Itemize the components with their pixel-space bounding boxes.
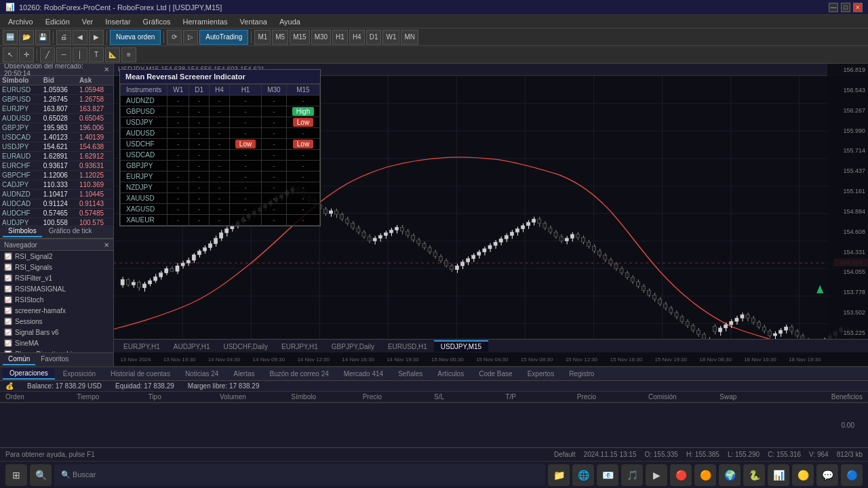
nav-item[interactable]: 📈RSIStoch	[0, 294, 113, 305]
chart-tab-eurjpy-h1b[interactable]: EURJPY,H1	[275, 340, 325, 352]
app6[interactable]: 🌍	[719, 464, 741, 486]
nueva-orden-button[interactable]: Nueva orden	[110, 30, 161, 45]
menu-insertar[interactable]: Insertar	[100, 15, 136, 28]
tab-alertas[interactable]: Alertas	[226, 369, 261, 379]
tab-expertos[interactable]: Expertos	[521, 369, 561, 379]
nav-tab-favoritos[interactable]: Favoritos	[35, 354, 74, 365]
market-watch-row[interactable]: AUDCAD0.911240.91143	[0, 199, 113, 209]
chart-tab-audjpy-h1[interactable]: AUDJPY,H1	[167, 340, 217, 352]
menu-herramientas[interactable]: Herramientas	[178, 15, 233, 28]
tb-fib[interactable]: 📐	[105, 47, 120, 62]
menu-graficos[interactable]: Gráficos	[138, 15, 176, 28]
nav-item[interactable]: 📈SineMA	[0, 338, 113, 348]
chart-tab-eurjpy-h1[interactable]: EURJPY,H1	[117, 340, 167, 352]
browser1[interactable]: 🌐	[572, 464, 594, 486]
tab-operaciones[interactable]: Operaciones	[3, 368, 55, 380]
tb-open[interactable]: 📂	[19, 30, 34, 45]
tb-h1[interactable]: H1	[332, 30, 348, 45]
market-watch-row[interactable]: AUDCHF0.574650.57485	[0, 209, 113, 218]
tab-noticias[interactable]: Noticias 24	[178, 369, 225, 379]
tab-simbolos[interactable]: Símbolos	[3, 226, 42, 237]
tab-articulos[interactable]: Artículos	[431, 369, 471, 379]
market-watch-row[interactable]: GBPJPY195.983196.006	[0, 123, 113, 133]
nav-item[interactable]: 📈RSISMASIGNAL	[0, 283, 113, 294]
search-taskbar[interactable]: 🔍	[30, 464, 52, 486]
app7[interactable]: 🐍	[743, 464, 765, 486]
nav-item[interactable]: 📈Sessions	[0, 316, 113, 327]
market-watch-row[interactable]: EURJPY163.807163.827	[0, 104, 113, 114]
tb-auto2[interactable]: ▷	[183, 30, 198, 45]
tb-new[interactable]: 🆕	[3, 30, 18, 45]
market-watch-row[interactable]: EURAUD1.628911.62912	[0, 152, 113, 161]
tab-codebase[interactable]: Code Base	[472, 369, 519, 379]
tb-m30[interactable]: M30	[311, 30, 331, 45]
market-watch-row[interactable]: EURCHF0.936170.93631	[0, 161, 113, 171]
market-watch-row[interactable]: USDJPY154.621154.638	[0, 142, 113, 152]
tab-historial[interactable]: Historial de cuentas	[104, 369, 177, 379]
nav-tab-comun[interactable]: Común	[3, 354, 35, 365]
menu-ver[interactable]: Ver	[77, 15, 99, 28]
app4[interactable]: 🔴	[670, 464, 692, 486]
tb-vline[interactable]: │	[73, 47, 87, 62]
market-watch-row[interactable]: CADJPY110.333110.369	[0, 180, 113, 190]
menu-ventana[interactable]: Ventana	[235, 15, 273, 28]
tb-m15[interactable]: M15	[290, 30, 309, 45]
market-watch-row[interactable]: AUDNZD1.104171.10445	[0, 190, 113, 199]
minimize-button[interactable]: —	[829, 3, 838, 12]
tb-print[interactable]: 🖨	[56, 30, 71, 45]
chart-tab-eurusd-h1[interactable]: EURUSD,H1	[381, 340, 434, 352]
tab-registro[interactable]: Registro	[562, 369, 601, 379]
close-button[interactable]: ✕	[853, 3, 863, 12]
tb-m5[interactable]: M5	[272, 30, 288, 45]
market-watch-row[interactable]: GBPCHF1.120061.12025	[0, 171, 113, 180]
nav-item[interactable]: 📈RSIFilter_v1	[0, 272, 113, 283]
tb-hline[interactable]: ─	[56, 47, 71, 62]
app1[interactable]: 📧	[597, 464, 618, 486]
market-watch-row[interactable]: GBPUSD1.267451.26758	[0, 95, 113, 104]
market-watch-row[interactable]: USDCAD1.401231.40139	[0, 133, 113, 142]
chart-tab-usdchf-daily[interactable]: USDCHF,Daily	[216, 340, 275, 352]
autotrade-button[interactable]: AutoTrading	[199, 30, 248, 45]
menu-edicion[interactable]: Edición	[40, 15, 75, 28]
nav-item[interactable]: 📈Signal Bars v6	[0, 327, 113, 338]
nav-item[interactable]: 📈screener-hamafx	[0, 305, 113, 316]
tb-text[interactable]: T	[89, 47, 104, 62]
tb-prev[interactable]: ◀	[73, 30, 87, 45]
market-watch-close[interactable]: ✕	[104, 66, 109, 73]
app2[interactable]: 🎵	[621, 464, 643, 486]
tab-exposicion[interactable]: Exposición	[56, 369, 102, 379]
tab-senales[interactable]: Señales	[391, 369, 429, 379]
app5[interactable]: 🟠	[694, 464, 716, 486]
tab-mercado[interactable]: Mercado 414	[337, 369, 390, 379]
search-box[interactable]: 🔍 Buscar	[54, 464, 545, 486]
tb-save[interactable]: 💾	[35, 30, 50, 45]
tb-cursor[interactable]: ↖	[3, 47, 18, 62]
tb-auto1[interactable]: ⟳	[167, 30, 182, 45]
tb-crosshair[interactable]: ✛	[19, 47, 34, 62]
nav-item[interactable]: 📈RSI_Signal2	[0, 251, 113, 262]
start-button[interactable]: ⊞	[5, 464, 27, 486]
tb-channel[interactable]: ≡	[121, 47, 136, 62]
tb-d1[interactable]: D1	[366, 30, 382, 45]
tb-next[interactable]: ▶	[89, 30, 104, 45]
tab-tick[interactable]: Gráfico de tick	[43, 226, 98, 237]
app9[interactable]: 🟡	[792, 464, 814, 486]
market-watch-row[interactable]: AUDJPY100.558100.575	[0, 218, 113, 226]
navigator-close[interactable]: ✕	[104, 241, 109, 249]
tab-correo[interactable]: Buzón de correo 24	[262, 369, 335, 379]
tb-mn[interactable]: MN	[401, 30, 418, 45]
market-watch-row[interactable]: AUDUSD0.650280.65045	[0, 114, 113, 123]
menu-ayuda[interactable]: Ayuda	[274, 15, 306, 28]
menu-archivo[interactable]: Archivo	[3, 15, 39, 28]
market-watch-row[interactable]: EURUSD1.059361.05948	[0, 85, 113, 95]
app10[interactable]: 💬	[816, 464, 838, 486]
file-explorer[interactable]: 📁	[548, 464, 570, 486]
tb-line[interactable]: ╱	[40, 47, 55, 62]
nav-item[interactable]: 📈RSI_Signals	[0, 262, 113, 272]
chart-tab-usdjpy-m15[interactable]: USDJPY,M15	[434, 340, 488, 352]
maximize-button[interactable]: □	[841, 3, 850, 12]
tb-h4[interactable]: H4	[349, 30, 365, 45]
tb-m1[interactable]: M1	[254, 30, 271, 45]
app11[interactable]: 🔵	[841, 464, 863, 486]
chart-tab-gbpjpy-daily[interactable]: GBPJPY,Daily	[325, 340, 381, 352]
